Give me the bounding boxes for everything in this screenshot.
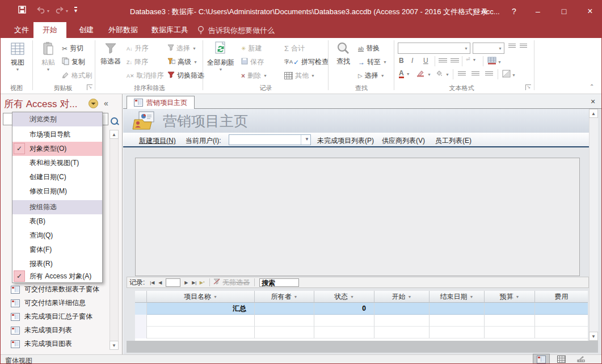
empty-cell[interactable] — [374, 315, 430, 327]
refresh-all-button[interactable]: 全部刷新 ▼ — [207, 41, 235, 71]
select-button[interactable]: ▷ 选择 ▼ — [358, 71, 385, 81]
doc-scroll-up-icon[interactable]: ▲ — [589, 109, 598, 118]
menu-item-forms[interactable]: 窗体(F) — [12, 243, 102, 257]
sort-descending-button[interactable]: Z↓ 降序 — [127, 57, 148, 67]
totals-button[interactable]: Σ 合计 — [284, 44, 305, 53]
text-format-dialog-launcher-icon[interactable]: ↘ — [525, 84, 531, 90]
form-view-button[interactable] — [533, 354, 550, 364]
empty-cell[interactable] — [147, 315, 255, 327]
empty-cell[interactable] — [255, 327, 314, 338]
column-header-budget[interactable]: 预算▼ — [485, 291, 535, 303]
paste-button[interactable]: 粘贴 ▼ — [37, 41, 60, 71]
increase-indent-button[interactable] — [439, 58, 447, 64]
next-record-icon[interactable]: ▶ — [182, 278, 190, 286]
close-icon[interactable]: × — [580, 3, 600, 20]
align-left-button[interactable] — [458, 71, 466, 77]
undo-dropdown-icon[interactable]: ▾ — [47, 9, 49, 14]
vendor-list-link[interactable]: 供应商列表(V) — [382, 136, 425, 146]
minimize-icon[interactable]: – — [528, 3, 548, 20]
column-header-cost[interactable]: 费用 — [535, 291, 588, 303]
fill-color-button[interactable]: ▼ — [435, 70, 449, 79]
datasheet-view-button[interactable] — [553, 354, 570, 364]
menu-item-object-type[interactable]: ✓ 对象类型(O) — [12, 142, 102, 156]
align-right-button[interactable] — [485, 71, 493, 77]
summary-row-selector[interactable] — [135, 303, 147, 315]
column-header-start[interactable]: 开始▼ — [374, 291, 430, 303]
qat-customize-icon[interactable]: ▾ — [74, 7, 77, 14]
italic-button[interactable]: I — [411, 57, 413, 65]
tab-home[interactable]: 开始 — [33, 22, 66, 38]
row-selector[interactable] — [135, 327, 147, 338]
empty-cell[interactable] — [374, 327, 430, 338]
alternate-row-color-button[interactable]: ▼ — [502, 70, 516, 80]
tab-external-data[interactable]: 外部数据 — [99, 22, 147, 38]
tab-create[interactable]: 创建 — [70, 22, 103, 38]
current-user-combo[interactable]: ▼ — [229, 134, 311, 145]
spelling-button[interactable]: 字A ✓ 拼写检查 — [284, 57, 329, 67]
paragraph-direction-button[interactable]: ⏎▼ — [466, 57, 476, 62]
column-header-end-date[interactable]: 结束日期▼ — [430, 291, 485, 303]
close-document-icon[interactable]: × — [591, 97, 595, 106]
document-scrollbar[interactable]: ▲ ▼ — [589, 109, 598, 341]
empty-cell[interactable] — [485, 315, 535, 327]
save-record-button[interactable]: 保存 — [241, 57, 264, 67]
empty-cell[interactable] — [430, 327, 485, 338]
copy-button[interactable]: 复制 — [62, 57, 85, 67]
new-blank-record-icon[interactable]: ▶* — [198, 278, 206, 286]
menu-item-queries[interactable]: 查询(Q) — [12, 228, 102, 243]
last-record-icon[interactable]: ▶| — [190, 278, 198, 286]
previous-record-icon[interactable]: ◀ — [156, 278, 164, 286]
menu-item-tables-and-related-views[interactable]: 表和相关视图(T) — [12, 156, 102, 170]
search-icon[interactable] — [111, 117, 118, 125]
sidebar-item-open-projects-chart[interactable]: 未完成项目图表 — [11, 339, 72, 349]
collapse-ribbon-icon[interactable]: ˆ — [591, 83, 593, 92]
current-record-box[interactable] — [166, 278, 180, 287]
record-search-input[interactable]: 搜索 — [259, 278, 299, 287]
filter-button[interactable]: 筛选器 — [98, 41, 123, 66]
delete-record-button[interactable]: × 删除 ▼ — [241, 71, 267, 81]
menu-item-tables[interactable]: 表(B) — [12, 214, 102, 228]
collapse-pane-icon[interactable]: « — [104, 99, 108, 108]
no-filter-label[interactable]: 无筛选器 — [222, 278, 250, 287]
column-header-status[interactable]: 状态▼ — [314, 291, 374, 303]
font-color-button[interactable]: A ▼ — [399, 70, 410, 78]
first-record-icon[interactable]: |◀ — [148, 278, 156, 286]
column-header-project-name[interactable]: 项目名称▼ — [147, 291, 255, 303]
sidebar-item-open-projects-list[interactable]: 未完成项目列表 — [11, 325, 72, 335]
empty-cell[interactable] — [314, 315, 374, 327]
toggle-filter-button[interactable]: 切换筛选 — [167, 71, 204, 81]
document-tab-marketing-home[interactable]: 营销项目主页 — [127, 96, 195, 109]
nav-pane-menu-icon[interactable] — [89, 99, 98, 111]
redo-icon[interactable] — [54, 6, 65, 14]
sort-ascending-button[interactable]: A↓ 升序 — [127, 44, 149, 53]
decrease-indent-button[interactable] — [451, 58, 459, 64]
selection-button[interactable]: 选择 ▼ — [167, 44, 196, 53]
tell-me-lightbulb-icon[interactable] — [197, 26, 205, 37]
views-button[interactable]: 视图 ▼ — [6, 41, 29, 71]
empty-cell[interactable] — [430, 315, 485, 327]
number-list-button[interactable] — [520, 44, 527, 49]
help-icon[interactable]: ? — [504, 3, 524, 20]
sidebar-item-deliverables-datasheet-subform[interactable]: 可交付结果数据表子窗体 — [11, 285, 99, 294]
menu-item-created-date[interactable]: 创建日期(C) — [12, 170, 102, 184]
login-button[interactable]: 登录 — [473, 7, 488, 17]
scroll-up-icon[interactable]: ▲ — [110, 130, 119, 139]
sidebar-item-deliverable-details[interactable]: 可交付结果详细信息 — [11, 298, 86, 308]
scroll-down-icon[interactable]: ▼ — [110, 341, 119, 350]
clipboard-dialog-launcher-icon[interactable]: ↘ — [87, 84, 92, 90]
bold-button[interactable]: B — [399, 57, 404, 65]
row-selector[interactable] — [135, 315, 147, 327]
maximize-icon[interactable]: □ — [554, 3, 574, 20]
undo-icon[interactable] — [36, 6, 46, 14]
underline-button[interactable]: U — [423, 57, 428, 65]
gridlines-button[interactable]: ▼ — [487, 57, 502, 67]
tell-me-box[interactable]: 告诉我你想要做什么 — [208, 26, 275, 36]
empty-cell[interactable] — [314, 327, 374, 338]
empty-cell[interactable] — [535, 327, 588, 338]
replace-button[interactable]: ab 替换 — [358, 44, 380, 53]
empty-cell[interactable] — [255, 315, 314, 327]
format-painter-button[interactable]: 格式刷 — [62, 71, 92, 81]
font-name-combo[interactable]: ▼ — [398, 43, 470, 54]
menu-item-marketing-project-navigation[interactable]: 市场项目导航 — [12, 128, 102, 142]
save-icon[interactable] — [18, 5, 27, 14]
